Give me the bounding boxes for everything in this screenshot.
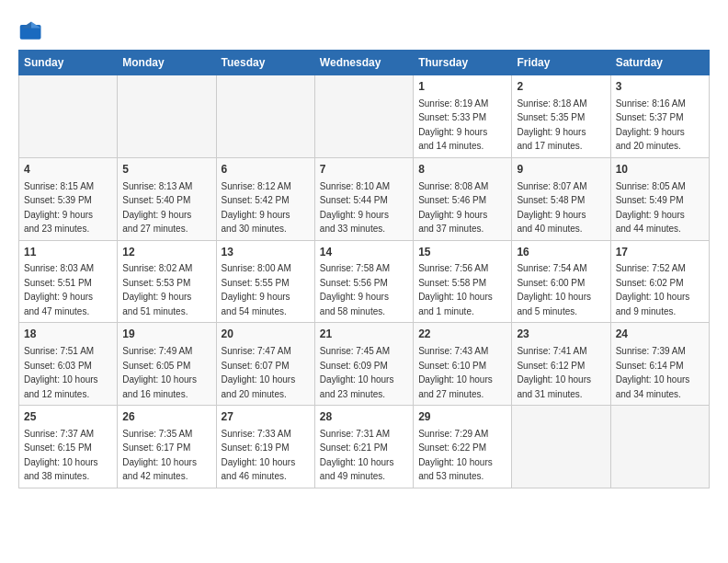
day-cell: 29Sunrise: 7:29 AMSunset: 6:22 PMDayligh… [414, 406, 512, 488]
header-wednesday: Wednesday [314, 51, 413, 75]
day-detail: Sunrise: 7:47 AMSunset: 6:07 PMDaylight:… [222, 346, 296, 399]
day-cell: 9Sunrise: 8:07 AMSunset: 5:48 PMDaylight… [512, 157, 610, 240]
day-number: 27 [222, 409, 310, 425]
day-cell: 22Sunrise: 7:43 AMSunset: 6:10 PMDayligh… [414, 323, 512, 406]
day-detail: Sunrise: 8:00 AMSunset: 5:55 PMDaylight:… [222, 263, 291, 316]
day-cell: 19Sunrise: 7:49 AMSunset: 6:05 PMDayligh… [118, 323, 216, 406]
day-number: 18 [24, 327, 112, 342]
day-cell: 13Sunrise: 8:00 AMSunset: 5:55 PMDayligh… [216, 240, 314, 323]
day-detail: Sunrise: 7:45 AMSunset: 6:09 PMDaylight:… [320, 346, 394, 399]
day-number: 2 [517, 79, 605, 95]
day-number: 29 [418, 409, 506, 425]
day-detail: Sunrise: 7:31 AMSunset: 6:21 PMDaylight:… [320, 429, 394, 482]
day-cell: 12Sunrise: 8:02 AMSunset: 5:53 PMDayligh… [118, 240, 216, 323]
header-monday: Monday [118, 51, 216, 75]
day-detail: Sunrise: 7:29 AMSunset: 6:22 PMDaylight:… [418, 429, 493, 482]
day-number: 15 [418, 245, 506, 260]
day-number: 17 [616, 245, 704, 260]
day-cell [512, 406, 610, 488]
day-detail: Sunrise: 8:19 AMSunset: 5:33 PMDaylight:… [418, 98, 488, 152]
day-detail: Sunrise: 8:10 AMSunset: 5:44 PMDaylight:… [320, 181, 390, 235]
week-row-5: 25Sunrise: 7:37 AMSunset: 6:15 PMDayligh… [19, 406, 710, 488]
page-header [18, 15, 710, 44]
day-cell: 18Sunrise: 7:51 AMSunset: 6:03 PMDayligh… [19, 323, 118, 406]
day-detail: Sunrise: 7:43 AMSunset: 6:10 PMDaylight:… [418, 346, 493, 399]
day-cell: 7Sunrise: 8:10 AMSunset: 5:44 PMDaylight… [314, 157, 413, 240]
day-cell: 6Sunrise: 8:12 AMSunset: 5:42 PMDaylight… [216, 157, 314, 240]
day-detail: Sunrise: 8:05 AMSunset: 5:49 PMDaylight:… [616, 181, 686, 235]
day-cell: 17Sunrise: 7:52 AMSunset: 6:02 PMDayligh… [610, 240, 709, 323]
day-cell: 2Sunrise: 8:18 AMSunset: 5:35 PMDaylight… [512, 75, 610, 158]
day-detail: Sunrise: 7:58 AMSunset: 5:56 PMDaylight:… [320, 263, 390, 316]
calendar-header: SundayMondayTuesdayWednesdayThursdayFrid… [19, 51, 710, 75]
day-detail: Sunrise: 8:13 AMSunset: 5:40 PMDaylight:… [122, 181, 192, 235]
day-number: 28 [320, 409, 408, 425]
day-detail: Sunrise: 7:33 AMSunset: 6:19 PMDaylight:… [222, 429, 296, 482]
day-detail: Sunrise: 7:49 AMSunset: 6:05 PMDaylight:… [122, 346, 197, 399]
day-number: 6 [222, 162, 310, 178]
day-detail: Sunrise: 7:35 AMSunset: 6:17 PMDaylight:… [122, 429, 197, 482]
day-detail: Sunrise: 7:39 AMSunset: 6:14 PMDaylight:… [616, 346, 690, 399]
day-detail: Sunrise: 8:08 AMSunset: 5:46 PMDaylight:… [418, 181, 488, 235]
week-row-4: 18Sunrise: 7:51 AMSunset: 6:03 PMDayligh… [19, 323, 710, 406]
day-number: 9 [517, 162, 605, 178]
day-number: 25 [24, 409, 112, 425]
day-cell [610, 406, 709, 488]
day-number: 26 [122, 409, 210, 425]
day-cell [314, 75, 413, 158]
day-cell: 4Sunrise: 8:15 AMSunset: 5:39 PMDaylight… [19, 157, 118, 240]
day-cell: 16Sunrise: 7:54 AMSunset: 6:00 PMDayligh… [512, 240, 610, 323]
day-number: 19 [122, 327, 210, 342]
day-detail: Sunrise: 7:37 AMSunset: 6:15 PMDaylight:… [24, 429, 98, 482]
day-cell: 25Sunrise: 7:37 AMSunset: 6:15 PMDayligh… [19, 406, 118, 488]
day-detail: Sunrise: 7:41 AMSunset: 6:12 PMDaylight:… [517, 346, 591, 399]
svg-marker-1 [31, 22, 41, 29]
week-row-1: 1Sunrise: 8:19 AMSunset: 5:33 PMDaylight… [19, 75, 710, 158]
day-number: 23 [517, 327, 605, 342]
day-number: 7 [320, 162, 408, 178]
logo-icon [18, 18, 44, 44]
day-number: 1 [418, 79, 506, 95]
day-detail: Sunrise: 8:02 AMSunset: 5:53 PMDaylight:… [122, 263, 192, 316]
day-number: 16 [517, 245, 605, 260]
day-number: 4 [24, 162, 112, 178]
day-number: 13 [222, 245, 310, 260]
header-saturday: Saturday [610, 51, 709, 75]
calendar-table: SundayMondayTuesdayWednesdayThursdayFrid… [18, 50, 710, 488]
day-cell: 20Sunrise: 7:47 AMSunset: 6:07 PMDayligh… [216, 323, 314, 406]
day-number: 11 [24, 245, 112, 260]
day-detail: Sunrise: 8:07 AMSunset: 5:48 PMDaylight:… [517, 181, 586, 235]
day-cell: 27Sunrise: 7:33 AMSunset: 6:19 PMDayligh… [216, 406, 314, 488]
header-friday: Friday [512, 51, 610, 75]
day-cell: 11Sunrise: 8:03 AMSunset: 5:51 PMDayligh… [19, 240, 118, 323]
header-thursday: Thursday [414, 51, 512, 75]
day-detail: Sunrise: 8:12 AMSunset: 5:42 PMDaylight:… [222, 181, 291, 235]
day-cell: 14Sunrise: 7:58 AMSunset: 5:56 PMDayligh… [314, 240, 413, 323]
day-number: 10 [616, 162, 704, 178]
day-cell [118, 75, 216, 158]
day-number: 12 [122, 245, 210, 260]
day-number: 5 [122, 162, 210, 178]
day-cell: 3Sunrise: 8:16 AMSunset: 5:37 PMDaylight… [610, 75, 709, 158]
day-number: 24 [616, 327, 704, 342]
day-cell [19, 75, 118, 158]
day-cell: 5Sunrise: 8:13 AMSunset: 5:40 PMDaylight… [118, 157, 216, 240]
day-cell: 1Sunrise: 8:19 AMSunset: 5:33 PMDaylight… [414, 75, 512, 158]
day-detail: Sunrise: 8:03 AMSunset: 5:51 PMDaylight:… [24, 263, 94, 316]
day-number: 8 [418, 162, 506, 178]
week-row-2: 4Sunrise: 8:15 AMSunset: 5:39 PMDaylight… [19, 157, 710, 240]
day-detail: Sunrise: 7:56 AMSunset: 5:58 PMDaylight:… [418, 263, 493, 316]
day-cell: 10Sunrise: 8:05 AMSunset: 5:49 PMDayligh… [610, 157, 709, 240]
week-row-3: 11Sunrise: 8:03 AMSunset: 5:51 PMDayligh… [19, 240, 710, 323]
day-detail: Sunrise: 7:51 AMSunset: 6:03 PMDaylight:… [24, 346, 98, 399]
day-cell: 24Sunrise: 7:39 AMSunset: 6:14 PMDayligh… [610, 323, 709, 406]
header-tuesday: Tuesday [216, 51, 314, 75]
logo [18, 18, 46, 44]
day-number: 20 [222, 327, 310, 342]
day-detail: Sunrise: 7:52 AMSunset: 6:02 PMDaylight:… [616, 263, 690, 316]
day-number: 3 [616, 79, 704, 95]
day-cell: 28Sunrise: 7:31 AMSunset: 6:21 PMDayligh… [314, 406, 413, 488]
day-cell: 15Sunrise: 7:56 AMSunset: 5:58 PMDayligh… [414, 240, 512, 323]
day-number: 21 [320, 327, 408, 342]
day-detail: Sunrise: 8:16 AMSunset: 5:37 PMDaylight:… [616, 98, 686, 152]
